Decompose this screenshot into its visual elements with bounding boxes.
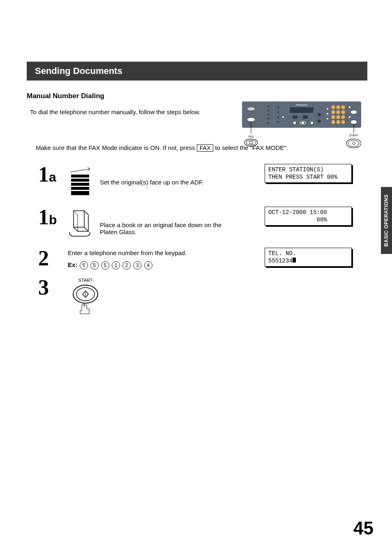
svg-rect-49	[71, 175, 89, 177]
lcd-display-1b: OCT-12-2000 15:00 00%	[265, 207, 352, 226]
svg-point-35	[332, 120, 335, 124]
svg-point-14	[282, 116, 284, 118]
svg-point-37	[341, 120, 345, 124]
svg-point-13	[277, 121, 279, 123]
svg-point-34	[341, 115, 345, 119]
svg-point-11	[277, 111, 279, 113]
svg-point-24	[327, 113, 328, 115]
step-1b-text: Place a book or an original face down on…	[100, 209, 223, 235]
svg-point-10	[277, 106, 279, 108]
section-tab: BASIC OPERATIONS	[381, 187, 392, 254]
svg-point-29	[332, 111, 335, 114]
svg-point-17	[293, 121, 296, 124]
brand-label: Panasonic	[296, 104, 307, 106]
subsection-heading: Manual Number Dialing	[27, 92, 367, 100]
keypad-digit: 5	[101, 261, 109, 269]
keypad-digit: 4	[144, 261, 152, 269]
svg-point-20	[310, 121, 314, 124]
svg-point-6	[267, 114, 269, 115]
svg-rect-15	[293, 115, 297, 119]
keypad-digit: 5	[90, 261, 99, 269]
control-panel-illustration: Panasonic	[242, 101, 361, 151]
svg-point-2	[247, 107, 255, 111]
svg-point-40	[348, 116, 351, 118]
svg-rect-16	[303, 115, 308, 119]
svg-point-23	[327, 108, 328, 110]
svg-rect-53	[71, 191, 89, 195]
page-number: 45	[353, 518, 374, 539]
svg-point-26	[332, 106, 335, 109]
start-button-icon: START	[68, 277, 105, 318]
keypad-digit: 1	[112, 261, 120, 269]
svg-point-7	[267, 118, 269, 120]
svg-point-32	[332, 115, 335, 119]
step-number-2: 2	[38, 248, 68, 269]
svg-rect-54	[74, 211, 84, 227]
step-2-text: Enter a telephone number from the keypad…	[68, 249, 191, 256]
svg-point-36	[337, 120, 340, 124]
svg-point-44	[246, 140, 256, 145]
svg-point-22	[318, 120, 321, 123]
step-number-3: 3	[38, 277, 68, 298]
step-number-1b: 1b	[38, 207, 68, 228]
svg-point-8	[267, 122, 269, 124]
step-number-1a: 1a	[38, 164, 68, 185]
section-header: Sending Documents	[27, 62, 367, 81]
adf-icon	[68, 166, 94, 199]
svg-point-19	[301, 121, 304, 124]
step-1a-text: Set the original(s) face up on the ADF.	[100, 166, 204, 186]
keypad-digit: 2	[122, 261, 131, 269]
svg-point-5	[267, 110, 269, 111]
svg-point-48	[348, 140, 359, 147]
svg-point-38	[348, 106, 351, 108]
lcd-display-2: TEL. NO. 5551234	[265, 248, 352, 267]
ex-label: Ex:	[68, 261, 77, 268]
svg-rect-51	[71, 183, 89, 186]
svg-point-4	[267, 106, 269, 107]
fax-key-icon: FAX	[197, 144, 213, 152]
svg-point-27	[337, 106, 340, 109]
svg-rect-50	[71, 179, 89, 182]
keypad-digit: 5	[80, 261, 88, 269]
svg-point-25	[327, 118, 328, 120]
svg-point-31	[341, 111, 345, 114]
svg-rect-45	[249, 141, 253, 144]
start-label: START	[78, 278, 92, 283]
mode-prefix: Make sure that the FAX Mode indicator is…	[36, 144, 197, 151]
svg-point-28	[341, 106, 345, 109]
svg-point-21	[318, 113, 321, 116]
lcd-display-1a: ENTER STATION(S) THEN PRESS START 00%	[265, 164, 352, 183]
svg-rect-52	[71, 187, 89, 190]
svg-point-39	[350, 110, 357, 114]
svg-point-3	[247, 117, 255, 122]
svg-point-33	[337, 115, 340, 119]
keypad-digit: 3	[133, 261, 141, 269]
cursor-icon	[293, 258, 296, 263]
svg-point-30	[337, 111, 340, 114]
svg-point-12	[277, 116, 279, 118]
start-callout-label: START	[349, 134, 359, 137]
platen-glass-icon	[68, 209, 94, 240]
svg-rect-1	[289, 107, 314, 113]
svg-point-41	[350, 120, 357, 124]
fax-callout-label: FAX	[248, 135, 254, 138]
